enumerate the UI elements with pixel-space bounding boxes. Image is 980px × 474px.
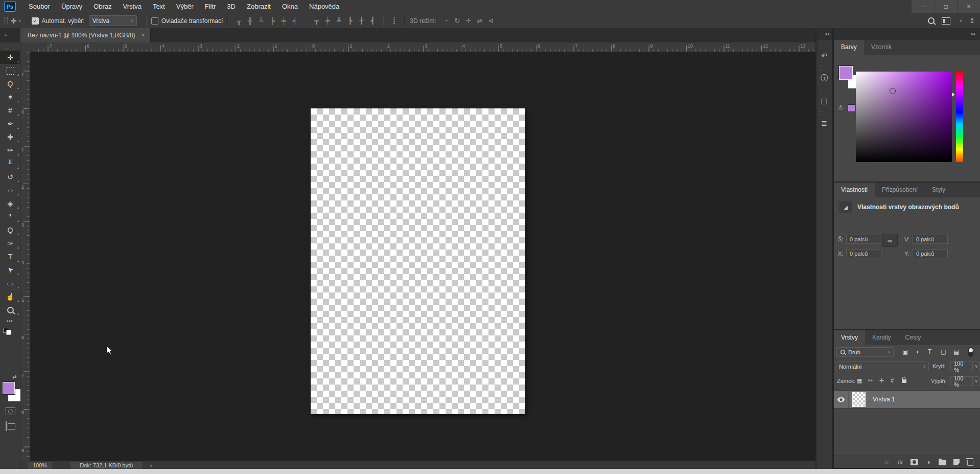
3d-pan-icon[interactable]: ✛ [463, 14, 474, 28]
auto-select-dropdown[interactable]: Vrstva ∨ [89, 15, 137, 26]
tab-vlastnosti[interactable]: Vlastnosti [834, 183, 875, 197]
share-icon[interactable]: ↥ [969, 17, 975, 25]
tab-overflow-icon[interactable]: » [0, 28, 20, 42]
lock-position-icon[interactable]: ✛ [879, 377, 884, 384]
crop-tool[interactable]: # [0, 104, 20, 117]
lock-image-pixels-icon[interactable]: ✏ [868, 377, 873, 384]
gradient-tool[interactable]: ◈ [0, 197, 20, 210]
layer-thumbnail[interactable] [852, 392, 866, 407]
chevron-down-icon[interactable]: ∨ [972, 377, 979, 386]
distribute-right-edges-icon[interactable]: ┫ [367, 14, 378, 28]
tab-barvy[interactable]: Barvy [834, 40, 864, 55]
new-layer-icon[interactable] [953, 459, 960, 465]
menu-vrstva[interactable]: Vrstva [118, 0, 147, 13]
distribute-horizontal-centers-icon[interactable]: ╂ [356, 14, 367, 28]
dodge-tool[interactable]: Q [0, 223, 20, 237]
distribute-bottom-edges-icon[interactable]: ┻ [333, 14, 344, 28]
hue-slider[interactable] [956, 72, 963, 162]
menu-zobrazit[interactable]: Zobrazit [241, 0, 276, 13]
3d-roll-icon[interactable]: ↻ [452, 14, 463, 28]
toolbar-grip[interactable] [6, 45, 14, 49]
eyedropper-tool[interactable]: ✒ [0, 117, 20, 130]
dock-grip[interactable] [820, 44, 828, 47]
blend-mode-dropdown[interactable]: Normální ∨ [836, 362, 929, 371]
menu-filtr[interactable]: Filtr [199, 0, 222, 13]
document-tab[interactable]: Bez názvu-1 @ 100% (Vrstva 1,RGB/8) × [20, 28, 151, 42]
tab-kanály[interactable]: Kanály [865, 330, 898, 345]
foreground-color-swatch[interactable] [839, 66, 853, 80]
type-tool[interactable]: T [0, 250, 20, 263]
y-field[interactable]: 0 palců [913, 249, 948, 258]
path-selection-tool[interactable]: ➤ [0, 263, 20, 277]
quick-selection-tool[interactable]: ✶ [0, 91, 20, 104]
menu-úpravy[interactable]: Úpravy [56, 0, 88, 13]
canvas-viewport[interactable] [30, 52, 815, 461]
menu-nápověda[interactable]: Nápověda [304, 0, 345, 13]
foreground-color-swatch[interactable] [3, 382, 15, 394]
align-horizontal-centers-icon[interactable]: ╪ [278, 14, 289, 28]
height-field[interactable]: 0 palců [913, 235, 948, 244]
gamut-color-swatch[interactable] [848, 104, 855, 112]
saturation-field[interactable] [856, 72, 952, 162]
zoom-level-field[interactable]: 100% [28, 462, 52, 469]
dock-grip[interactable] [820, 111, 828, 115]
dock-grip[interactable] [820, 89, 828, 92]
history-brush-tool[interactable]: ↺ [0, 170, 20, 184]
clone-stamp-tool[interactable]: ╨ [0, 157, 20, 170]
transform-controls-checkbox[interactable] [151, 17, 158, 25]
distribute-left-edges-icon[interactable]: ┣ [344, 14, 356, 28]
menu-obraz[interactable]: Obraz [88, 0, 117, 13]
edit-toolbar-icon[interactable]: ••• [0, 319, 20, 324]
tab-close-icon[interactable]: × [142, 32, 145, 39]
move-tool[interactable]: ✛ [0, 51, 20, 64]
layer-effects-icon[interactable]: fx [897, 459, 904, 466]
visibility-eye-icon[interactable] [834, 391, 849, 408]
align-right-edges-icon[interactable]: ╡ [289, 14, 300, 28]
filter-pixel-layers-icon[interactable]: ▣ [902, 348, 908, 355]
align-left-edges-icon[interactable]: ╞ [267, 14, 278, 28]
new-group-icon[interactable] [939, 459, 946, 465]
tab-přizpůsobení[interactable]: Přizpůsobení [875, 183, 925, 197]
align-top-edges-icon[interactable]: ╥ [233, 14, 244, 28]
3d-slide-icon[interactable]: ⇄ [474, 14, 485, 28]
rectangle-tool[interactable]: ▭ [0, 277, 20, 290]
layer-filter-dropdown[interactable]: Druh ∨ [836, 347, 894, 357]
screen-mode-icon[interactable] [6, 422, 7, 431]
filter-type-layers-icon[interactable]: T [928, 348, 931, 355]
tab-vrstvy[interactable]: Vrstvy [834, 330, 865, 345]
fill-field[interactable]: 100 % ∨ [950, 376, 980, 386]
learn-panel-icon[interactable]: ▤ [816, 94, 832, 107]
menu-výběr[interactable]: Výběr [171, 0, 199, 13]
blur-tool[interactable]: ❜ [0, 210, 20, 223]
zoom-tool[interactable] [0, 303, 20, 317]
workspace-chevron-icon[interactable]: ∨ [959, 18, 962, 23]
layer-row[interactable]: Vrstva 1 [834, 391, 980, 409]
link-layers-icon[interactable]: ∞ [883, 459, 890, 466]
distribute-vertical-centers-icon[interactable]: ┿ [322, 14, 333, 28]
horizontal-ruler[interactable]: 7654321012345678910111213 [20, 42, 815, 52]
swap-colors-icon[interactable]: ⇄ [12, 374, 16, 379]
tab-styly[interactable]: Styly [925, 183, 952, 197]
panels-collapse-icon[interactable]: ▸▸ [834, 28, 980, 40]
status-chevron-icon[interactable]: › [150, 462, 152, 468]
color-picker-ring[interactable] [890, 88, 896, 94]
gamut-warning-icon[interactable]: ⚠ [838, 104, 844, 111]
workspace-icon[interactable] [942, 17, 950, 25]
menu-text[interactable]: Text [147, 0, 171, 13]
align-bottom-edges-icon[interactable]: ╨ [255, 14, 267, 28]
quick-mask-icon[interactable] [6, 408, 15, 415]
filter-shape-layers-icon[interactable]: ▢ [941, 348, 946, 355]
history-panel-icon[interactable]: ↶ [816, 49, 832, 62]
distribute-spacing-icon[interactable]: ┋ [388, 14, 400, 28]
lasso-tool[interactable]: Ϙ [0, 77, 20, 91]
link-dimensions-icon[interactable]: ∞ [882, 234, 898, 247]
align-vertical-centers-icon[interactable]: ╫ [244, 14, 255, 28]
tab-vzorník[interactable]: Vzorník [864, 40, 899, 55]
info-panel-icon[interactable]: ⓘ [816, 72, 832, 85]
tool-preset-chevron-icon[interactable]: ∨ [18, 18, 21, 23]
document-canvas[interactable] [311, 108, 525, 414]
dock-collapse-icon[interactable]: ◂◂ [816, 28, 832, 40]
options-grip[interactable] [4, 17, 8, 25]
3d-orbit-icon[interactable]: ◔ [440, 14, 452, 28]
spot-healing-brush-tool[interactable]: ✚ [0, 130, 20, 144]
